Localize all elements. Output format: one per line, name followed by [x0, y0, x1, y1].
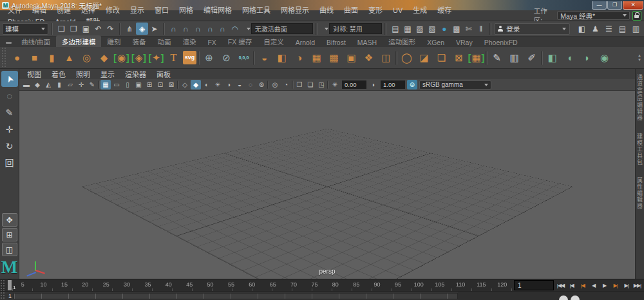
go-to-end-button[interactable]: ▶▶|: [632, 280, 643, 291]
shelf-icon-extrude[interactable]: ▣: [343, 50, 359, 66]
select-by-hierarchy-icon[interactable]: ⋔: [124, 23, 136, 35]
step-back-key-button[interactable]: |◀: [577, 280, 588, 291]
menu-item[interactable]: 修改: [100, 6, 125, 14]
layout-two-pane-button[interactable]: ◫: [2, 243, 17, 256]
shelf-tab[interactable]: 动画: [151, 35, 176, 47]
toolbar-separator[interactable]: [327, 80, 329, 89]
go-to-start-button[interactable]: |◀◀: [555, 280, 566, 291]
new-scene-icon[interactable]: ❏: [55, 23, 68, 35]
anim-button-1[interactable]: [559, 295, 568, 300]
snap-options-caret[interactable]: [247, 28, 251, 30]
workspace-dropdown[interactable]: Maya 经典*: [557, 11, 629, 20]
exposure-icon[interactable]: ✳: [330, 80, 340, 89]
menu-item[interactable]: 窗口: [149, 6, 174, 14]
rotate-tool[interactable]: ↻: [1, 138, 18, 154]
sidebar-tab[interactable]: 通道盒/层编辑器: [636, 74, 644, 122]
shelf-tab[interactable]: Arnold: [290, 37, 321, 47]
snap-to-curve-icon[interactable]: ∩: [180, 23, 192, 35]
menu-item[interactable]: 曲线: [314, 6, 339, 14]
step-back-frame-button[interactable]: |◀: [566, 280, 577, 291]
menu-item[interactable]: 创建: [52, 6, 76, 14]
select-tool[interactable]: ➤: [1, 71, 18, 87]
select-by-component-icon[interactable]: ➤: [148, 23, 160, 35]
shaded-icon[interactable]: ◆: [191, 80, 201, 89]
shelf-icon-center-pivot[interactable]: 0,0,0: [236, 50, 252, 66]
shelf-icon-multi-cut[interactable]: ✎: [489, 50, 505, 66]
shelf-icon-sculpt-relax[interactable]: ◉: [596, 50, 612, 66]
menu-item[interactable]: 编辑网格: [198, 6, 237, 14]
snapshot-icon[interactable]: ❒: [294, 80, 305, 89]
scroll-up-icon[interactable]: ▲: [638, 53, 641, 57]
panel-menu-item[interactable]: 着色: [46, 69, 71, 79]
gamma-field[interactable]: 1.00: [381, 80, 405, 89]
redo-icon[interactable]: ↷: [104, 23, 117, 35]
shelf-tab[interactable]: Bifrost: [321, 37, 352, 47]
shelf-icon-polygon-torus[interactable]: ◎: [79, 50, 95, 66]
toolbar-separator[interactable]: [267, 80, 269, 89]
shelf-tab[interactable]: PhoenixFD: [478, 37, 524, 47]
snap-to-projected-center-icon[interactable]: ∩: [204, 23, 216, 35]
anim-button-2[interactable]: [571, 295, 580, 300]
shelf-icon-delete-history[interactable]: ⊘: [218, 50, 234, 66]
shelf-icon-polygon-cube[interactable]: ■: [26, 50, 43, 66]
range-slider-grip[interactable]: [0, 292, 5, 300]
safe-action-icon[interactable]: ⊡: [155, 80, 166, 89]
pause-viewport-icon[interactable]: ‖: [475, 23, 487, 35]
grid-toggle-icon[interactable]: ▦: [100, 80, 111, 89]
sidebar-tab[interactable]: 建模工具包: [636, 133, 644, 165]
shelf-icon-special-duplicate[interactable]: ⊠: [451, 50, 467, 66]
shelf-grip[interactable]: [1, 47, 6, 68]
menu-item[interactable]: 生成: [408, 6, 432, 14]
render-setup-icon[interactable]: ✄: [462, 23, 475, 35]
pin-view-icon[interactable]: ❏: [305, 80, 316, 89]
shelf-separator[interactable]: [541, 51, 543, 65]
move-tool[interactable]: ✛: [1, 121, 18, 137]
panel-menu-item[interactable]: 照明: [71, 69, 95, 79]
shelf-icon-offset-edge-loop[interactable]: ✐: [524, 50, 540, 66]
isolate-select-icon[interactable]: ◎: [270, 80, 280, 89]
ipr-render-icon[interactable]: ▨: [413, 23, 426, 35]
shelf-tab[interactable]: FX: [202, 37, 222, 47]
current-frame-marker[interactable]: [8, 280, 12, 290]
shelf-icon-polygon-cylinder[interactable]: ▮: [44, 50, 60, 66]
shelf-icon-duplicate-face[interactable]: ❏: [433, 50, 450, 66]
shelf-tab[interactable]: 曲线/曲面: [15, 35, 56, 47]
shelf-icon-fill-hole[interactable]: ▦: [308, 50, 325, 66]
open-scene-icon[interactable]: ❒: [68, 23, 80, 35]
shelf-separator[interactable]: [395, 51, 397, 65]
grease-pencil-icon[interactable]: ✎: [87, 80, 97, 89]
shelf-tab[interactable]: 多边形建模: [56, 35, 102, 47]
menu-item[interactable]: 选择: [76, 6, 100, 14]
menu-item[interactable]: 显示: [125, 6, 149, 14]
select-by-object-icon[interactable]: ◈: [136, 23, 148, 35]
menu-item[interactable]: 文件: [3, 6, 27, 14]
shelf-icon-crease[interactable]: ◪: [416, 50, 432, 66]
shelf-tab[interactable]: 自定义: [258, 35, 290, 47]
shelf-tab[interactable]: XGen: [421, 37, 450, 47]
menu-set-dropdown[interactable]: 建模: [2, 23, 48, 35]
shelf-separator[interactable]: [486, 51, 488, 65]
shelf-tab[interactable]: FX 缓存: [222, 35, 258, 47]
shelf-icon-construction-locator[interactable]: ⊕: [201, 50, 217, 66]
overlay-icon[interactable]: ◳: [316, 80, 327, 89]
shelf-icon-quad-draw[interactable]: ◧: [544, 50, 560, 66]
camera-icon[interactable]: ▬: [21, 80, 32, 89]
shelf-icon-super-ellipse[interactable]: ◉: [113, 50, 129, 66]
film-gate-icon[interactable]: ▭: [111, 80, 122, 89]
textured-icon[interactable]: ◐: [202, 80, 212, 89]
render-settings-icon[interactable]: ▩: [450, 23, 462, 35]
layout-four-pane-button[interactable]: ⊞: [2, 228, 17, 241]
wireframe-icon[interactable]: ◇: [180, 80, 190, 89]
paint-select-tool[interactable]: ✎: [1, 104, 18, 120]
xray-icon[interactable]: ◔: [281, 80, 291, 89]
show-attribute-editor-icon[interactable]: ☰: [603, 23, 615, 35]
shelf-icon-sphere-project[interactable]: ◯: [399, 50, 415, 66]
shelf-tab[interactable]: 渲染: [176, 35, 202, 47]
shelf-icon-combine[interactable]: ◒: [256, 50, 272, 66]
shelf-tab[interactable]: 运动图形: [383, 35, 421, 47]
safe-title-icon[interactable]: ⊠: [166, 80, 176, 89]
toolbar-separator[interactable]: [98, 80, 100, 89]
use-all-lights-icon[interactable]: ☀: [213, 80, 223, 89]
panel-menu-item[interactable]: 渲染器: [120, 69, 151, 79]
snap-to-point-icon[interactable]: ∩: [192, 23, 204, 35]
